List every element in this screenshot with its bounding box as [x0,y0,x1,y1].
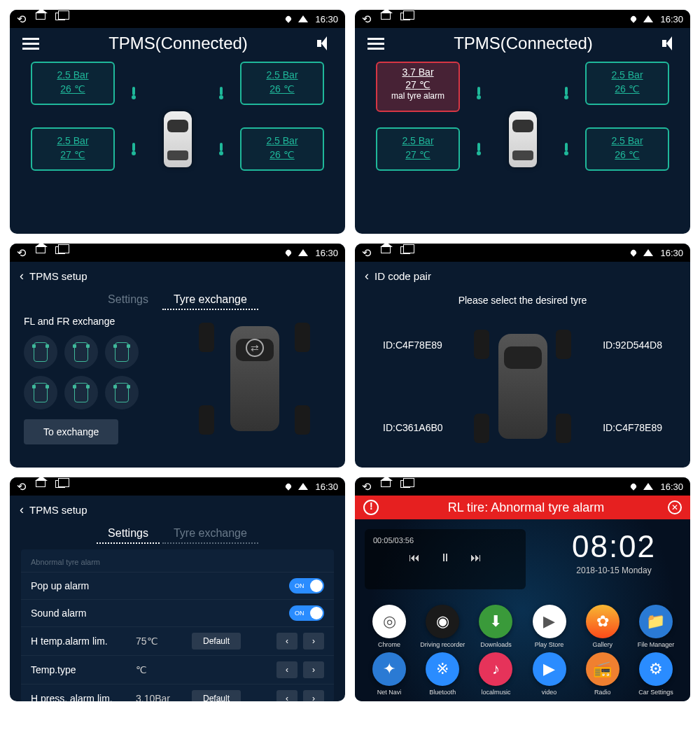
alarm-banner[interactable]: RL tire: Abnormal tyre alarm ✕ [355,496,690,519]
settings-section-title: Abnormal tyre alarm [21,555,334,572]
pressure-value: 2.5 Bar [32,134,113,148]
tire-fr[interactable]: 2.5 Bar 26 ℃ [585,62,669,105]
app-video[interactable]: ▶video [524,652,573,696]
home-icon[interactable] [381,246,391,253]
location-icon [285,15,293,22]
exchange-option-1[interactable] [24,335,57,369]
recent-icon[interactable] [400,480,410,488]
home-icon[interactable] [381,480,391,487]
speaker-icon[interactable] [317,36,332,51]
exchange-option-3[interactable] [105,335,139,369]
home-icon[interactable] [36,246,46,253]
app-driving-recorder[interactable]: ◉Driving recorder [418,605,467,648]
tire-rl[interactable]: 2.5 Bar 27 ℃ [376,127,460,171]
setting-label: Sound alarm [31,608,136,619]
app-radio[interactable]: 📻Radio [578,652,627,696]
sensor-icon [220,143,223,151]
back-icon[interactable]: ⟲ [362,480,371,493]
tire-rl[interactable]: 2.5 Bar 27 ℃ [31,127,115,171]
next-track-icon[interactable]: ⏭ [470,552,482,564]
app-icon: ▶ [533,652,566,686]
app-bluetooth[interactable]: ※Bluetooth [418,652,467,696]
toggle-sound-alarm[interactable]: ON [289,605,324,621]
to-exchange-button[interactable]: To exchange [24,419,118,444]
recent-icon[interactable] [55,13,65,20]
back-chevron-icon[interactable]: ‹ [20,503,24,517]
close-icon[interactable]: ✕ [668,500,682,514]
app-downloads[interactable]: ⬇Downloads [471,605,520,648]
tyre-rl[interactable] [474,414,489,443]
tyre-fl[interactable] [474,330,489,359]
back-chevron-icon[interactable]: ‹ [365,269,369,283]
app-icon: 📻 [586,652,620,686]
toggle-popup-alarm[interactable]: ON [289,578,324,594]
exchange-option-5[interactable] [64,376,98,409]
location-icon [630,248,638,256]
app-icon: 📁 [639,605,673,638]
tire-fl[interactable]: 2.5 Bar 26 ℃ [31,62,115,105]
app-car-settings[interactable]: ⚙Car Settings [631,652,680,696]
decrease-button[interactable]: ‹ [276,690,298,701]
setup-title: TPMS setup [29,270,88,282]
recent-icon[interactable] [55,246,65,254]
app-play-store[interactable]: ▶Play Store [524,605,573,648]
tab-settings[interactable]: Settings [97,290,160,310]
increase-button[interactable]: › [303,690,324,701]
menu-icon[interactable] [22,38,39,50]
back-icon[interactable]: ⟲ [362,13,371,26]
row-h-press: H press. alarm lim. 3.10Bar Default ‹ › [21,684,334,701]
back-chevron-icon[interactable]: ‹ [20,269,24,283]
home-icon[interactable] [36,480,46,487]
app-file-manager[interactable]: 📁File Manager [631,605,680,648]
id-pair-title: ID code pair [374,270,431,282]
app-gallery[interactable]: ✿Gallery [578,605,627,648]
back-icon[interactable]: ⟲ [17,480,26,493]
app-chrome[interactable]: ◎Chrome [365,605,414,648]
status-bar: ⟲ 16:30 [10,244,345,262]
back-icon[interactable]: ⟲ [362,246,371,260]
media-progress: 00:05/03:56 [373,536,517,545]
home-icon[interactable] [36,13,46,20]
tab-tyre-exchange[interactable]: Tyre exchange [162,290,258,310]
back-icon[interactable]: ⟲ [17,246,26,260]
clock-date: 2018-10-15 Monday [547,566,680,575]
decrease-button[interactable]: ‹ [276,661,298,678]
tire-rr[interactable]: 2.5 Bar 26 ℃ [585,127,669,171]
tyre-fr[interactable] [556,330,571,359]
home-icon[interactable] [381,13,391,20]
tyre-rr[interactable] [556,414,571,443]
back-icon[interactable]: ⟲ [17,13,26,26]
recent-icon[interactable] [400,13,410,20]
speaker-icon[interactable] [662,36,678,51]
app-icon: ♪ [479,652,512,686]
exchange-option-6[interactable] [105,376,139,409]
app-net-navi[interactable]: ✦Net Navi [365,652,414,696]
tire-fr[interactable]: 2.5 Bar 26 ℃ [240,62,324,105]
decrease-button[interactable]: ‹ [276,633,298,650]
media-widget[interactable]: 00:05/03:56 ⏮ ⏸ ⏭ [365,529,526,589]
pause-icon[interactable]: ⏸ [440,552,451,564]
tab-tyre-exchange[interactable]: Tyre exchange [162,524,258,544]
id-pair-prompt: Please select the desired tyre [355,290,690,313]
app-label: Radio [578,689,627,696]
prev-track-icon[interactable]: ⏮ [409,552,420,564]
sensor-icon [477,87,480,95]
default-button[interactable]: Default [192,690,241,701]
exchange-option-4[interactable] [24,376,57,409]
location-icon [630,15,638,22]
increase-button[interactable]: › [303,633,324,650]
location-icon [285,482,293,490]
menu-icon[interactable] [368,38,384,50]
tire-rr[interactable]: 2.5 Bar 26 ℃ [240,127,324,171]
wifi-icon [643,483,653,490]
clock-text: 16:30 [660,14,683,24]
tab-settings[interactable]: Settings [97,524,160,544]
exchange-option-2[interactable] [64,335,98,369]
recent-icon[interactable] [400,246,410,254]
app-localmusic[interactable]: ♪localmusic [471,652,520,696]
recent-icon[interactable] [55,480,65,488]
increase-button[interactable]: › [303,661,324,678]
temp-value: 27 ℃ [377,78,458,91]
default-button[interactable]: Default [192,633,241,650]
tire-fl-alarm[interactable]: 3.7 Bar 27 ℃ mal tyre alarm [376,62,460,112]
